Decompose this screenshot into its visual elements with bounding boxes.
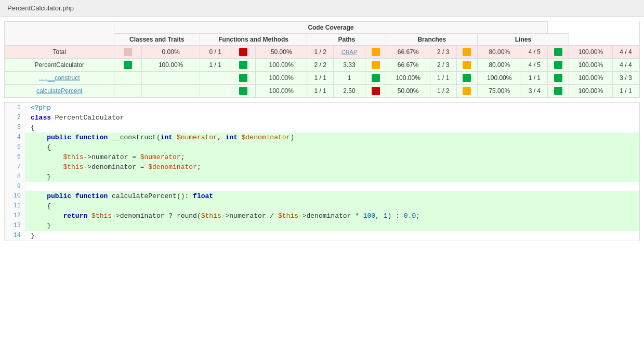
branches-color: [456, 72, 478, 85]
paths-pct: 66.67%: [386, 46, 430, 59]
paths-color: [365, 46, 386, 59]
line-content: {: [25, 201, 639, 211]
code-line: 3{: [5, 123, 639, 133]
line-number: 11: [5, 201, 25, 211]
paths-color: [365, 72, 386, 85]
branches-frac: 1 / 1: [521, 72, 548, 85]
code-line: 8 }: [5, 172, 639, 182]
method-link[interactable]: calculatePercent: [36, 87, 83, 95]
functions-frac: 2 / 2: [307, 59, 334, 72]
lines-color: [548, 46, 569, 59]
code-line: 13 }: [5, 221, 639, 231]
row-name: Total: [5, 46, 114, 59]
line-content: $this->numerator = $numerator;: [25, 152, 639, 162]
code-line: 12 return $this->denominator ? round($th…: [5, 211, 639, 221]
branches-color: [456, 59, 478, 72]
paths-frac: 2 / 3: [430, 59, 456, 72]
code-line: 2class PercentCalculator: [5, 113, 639, 123]
line-content: }: [25, 172, 639, 182]
branches-color: [456, 46, 478, 59]
classes-frac: [200, 72, 231, 85]
table-row: PercentCalculator100.00%1 / 1100.00%2 / …: [5, 59, 639, 72]
classes-color: [114, 46, 142, 59]
functions-crap: 2.50: [334, 85, 365, 98]
paths-frac: 2 / 3: [430, 46, 456, 59]
code-line: 10 public function calculatePercent(): f…: [5, 191, 639, 201]
classes-pct: 100.00%: [142, 59, 200, 72]
classes-frac: 1 / 1: [200, 59, 231, 72]
paths-frac: 1 / 1: [430, 72, 456, 85]
branches-color: [456, 85, 478, 98]
functions-color: [231, 85, 256, 98]
lines-pct: 100.00%: [569, 59, 612, 72]
line-number: 5: [5, 142, 25, 152]
line-number: 8: [5, 172, 25, 182]
classes-color: [114, 85, 142, 98]
line-content: public function __construct(int $numerat…: [25, 133, 639, 142]
table-row: Total0.00%0 / 150.00%1 / 2CRAP66.67%2 / …: [5, 46, 639, 59]
branches-pct: 80.00%: [478, 46, 521, 59]
table-row: calculatePercent100.00%1 / 12.5050.00%1 …: [5, 85, 639, 98]
code-line: 5 {: [5, 142, 639, 152]
line-number: 6: [5, 152, 25, 162]
empty-header: [5, 22, 114, 46]
lines-pct: 100.00%: [569, 72, 612, 85]
paths-color: [365, 85, 386, 98]
table-row: .....__construct100.00%1 / 11100.00%1 / …: [5, 72, 639, 85]
line-content: [25, 182, 639, 191]
line-content: return $this->denominator ? round($this-…: [25, 211, 639, 221]
functions-crap[interactable]: CRAP: [334, 46, 365, 59]
line-content: public function calculatePercent(): floa…: [25, 191, 639, 201]
branches-header: Branches: [386, 34, 478, 46]
line-number: 7: [5, 162, 25, 172]
line-number: 9: [5, 182, 25, 191]
code-line: 14}: [5, 231, 639, 241]
functions-frac: 1 / 2: [307, 46, 334, 59]
lines-color: [548, 72, 569, 85]
method-link[interactable]: .....__construct: [39, 74, 80, 82]
functions-pct: 100.00%: [256, 72, 307, 85]
branches-frac: 4 / 5: [521, 46, 548, 59]
line-content: {: [25, 123, 639, 133]
line-content: <?php: [25, 103, 639, 113]
functions-frac: 1 / 1: [307, 85, 334, 98]
lines-pct: 100.00%: [569, 85, 612, 98]
classes-color: [114, 59, 142, 72]
functions-color: [231, 59, 256, 72]
lines-color: [548, 59, 569, 72]
classes-frac: 0 / 1: [200, 46, 231, 59]
classes-pct: [142, 72, 200, 85]
lines-frac: 3 / 3: [613, 72, 639, 85]
code-line: 6 $this->numerator = $numerator;: [5, 152, 639, 162]
line-number: 14: [5, 231, 25, 241]
paths-pct: 100.00%: [386, 72, 430, 85]
paths-pct: 50.00%: [386, 85, 430, 98]
line-number: 4: [5, 133, 25, 142]
lines-frac: 4 / 4: [613, 46, 639, 59]
branches-frac: 3 / 4: [521, 85, 548, 98]
line-content: {: [25, 142, 639, 152]
line-number: 13: [5, 221, 25, 231]
coverage-section: Code Coverage Classes and Traits Functio…: [4, 21, 640, 98]
classes-color: [114, 72, 142, 85]
branches-frac: 4 / 5: [521, 59, 548, 72]
classes-frac: [200, 85, 231, 98]
functions-crap: 3.33: [334, 59, 365, 72]
functions-color: [231, 46, 256, 59]
line-number: 1: [5, 103, 25, 113]
lines-frac: 4 / 4: [613, 59, 639, 72]
line-content: }: [25, 221, 639, 231]
classes-pct: [142, 85, 200, 98]
paths-pct: 66.67%: [386, 59, 430, 72]
lines-pct: 100.00%: [569, 46, 612, 59]
code-line: 11 {: [5, 201, 639, 211]
line-content: $this->denominator = $denominator;: [25, 162, 639, 172]
branches-pct: 100.00%: [478, 72, 521, 85]
functions-color: [231, 72, 256, 85]
paths-frac: 1 / 2: [430, 85, 456, 98]
lines-color: [548, 85, 569, 98]
line-number: 2: [5, 113, 25, 123]
file-title: PercentCalculator.php: [7, 4, 74, 12]
branches-pct: 75.00%: [478, 85, 521, 98]
row-name: PercentCalculator: [5, 59, 114, 72]
